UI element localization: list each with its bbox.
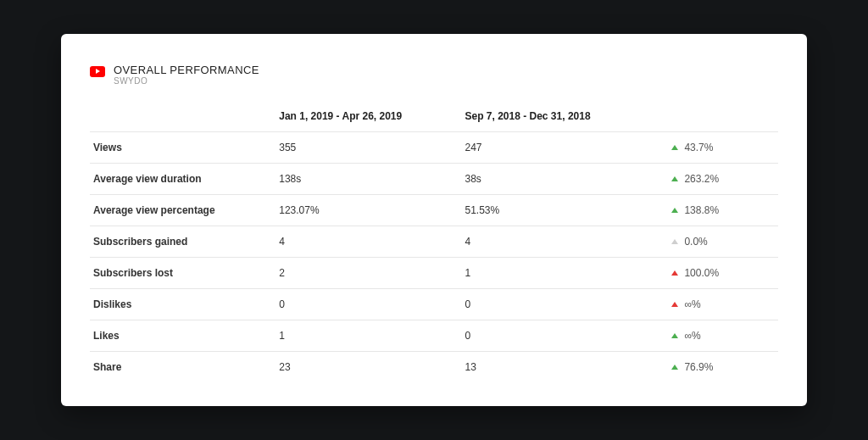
metric-period2: 0 xyxy=(461,289,668,320)
metric-delta: 263.2% xyxy=(668,164,778,195)
metric-period2: 4 xyxy=(461,226,668,258)
table-row: Subscribers lost21 100.0% xyxy=(90,258,778,289)
arrow-up-icon xyxy=(671,145,678,150)
metric-label: Dislikes xyxy=(90,289,275,320)
delta-value: ∞% xyxy=(682,298,701,310)
metric-delta: 0.0% xyxy=(668,226,778,258)
arrow-up-icon xyxy=(671,270,678,276)
metric-period1: 138s xyxy=(275,164,461,195)
table-row: Subscribers gained44 0.0% xyxy=(90,226,778,258)
arrow-up-icon xyxy=(671,365,678,370)
metric-period1: 0 xyxy=(275,289,461,320)
arrow-up-icon xyxy=(671,302,678,307)
col-metric xyxy=(90,101,275,132)
metric-delta: ∞% xyxy=(668,320,778,352)
metrics-table: Jan 1, 2019 - Apr 26, 2019 Sep 7, 2018 -… xyxy=(90,101,778,382)
table-row: Dislikes00 ∞% xyxy=(90,289,778,320)
youtube-icon xyxy=(90,66,105,77)
delta-value: 138.8% xyxy=(682,204,719,216)
delta-value: ∞% xyxy=(682,330,701,342)
metric-period1: 123.07% xyxy=(275,195,461,226)
metric-period2: 1 xyxy=(461,258,668,289)
col-delta xyxy=(668,101,778,132)
metric-label: Subscribers lost xyxy=(90,258,275,289)
delta-value: 263.2% xyxy=(682,173,719,185)
metric-period2: 247 xyxy=(461,132,668,164)
metric-period2: 0 xyxy=(461,320,668,352)
metric-period1: 2 xyxy=(275,258,461,289)
arrow-up-icon xyxy=(671,176,678,181)
table-row: Likes10 ∞% xyxy=(90,320,778,352)
performance-card: OVERALL PERFORMANCE SWYDO Jan 1, 2019 - … xyxy=(61,34,807,406)
table-row: Average view duration138s38s 263.2% xyxy=(90,164,778,195)
arrow-up-icon xyxy=(671,239,678,244)
table-row: Average view percentage123.07%51.53% 138… xyxy=(90,195,778,226)
table-header-row: Jan 1, 2019 - Apr 26, 2019 Sep 7, 2018 -… xyxy=(90,101,778,132)
metric-delta: 100.0% xyxy=(668,258,778,289)
table-row: Views355247 43.7% xyxy=(90,132,778,164)
metric-period1: 1 xyxy=(275,320,461,352)
table-row: Share2313 76.9% xyxy=(90,352,778,383)
delta-value: 76.9% xyxy=(682,361,713,373)
col-period2: Sep 7, 2018 - Dec 31, 2018 xyxy=(461,101,668,132)
metric-delta: 43.7% xyxy=(668,132,778,164)
card-title: OVERALL PERFORMANCE xyxy=(114,64,259,76)
metric-label: Average view percentage xyxy=(90,195,275,226)
metric-delta: 138.8% xyxy=(668,195,778,226)
metric-label: Subscribers gained xyxy=(90,226,275,258)
metric-label: Average view duration xyxy=(90,164,275,195)
metric-period1: 23 xyxy=(275,352,461,383)
delta-value: 0.0% xyxy=(682,236,708,248)
metric-period1: 4 xyxy=(275,226,461,258)
card-header: OVERALL PERFORMANCE SWYDO xyxy=(90,64,778,86)
metric-label: Share xyxy=(90,352,275,383)
arrow-up-icon xyxy=(671,208,678,213)
card-subtitle: SWYDO xyxy=(114,76,259,86)
metric-period1: 355 xyxy=(275,132,461,164)
delta-value: 43.7% xyxy=(682,142,713,153)
metric-period2: 38s xyxy=(461,164,668,195)
metric-delta: 76.9% xyxy=(668,352,778,383)
delta-value: 100.0% xyxy=(682,267,719,279)
metric-period2: 13 xyxy=(461,352,668,383)
metric-label: Views xyxy=(90,132,275,164)
col-period1: Jan 1, 2019 - Apr 26, 2019 xyxy=(275,101,461,132)
metric-period2: 51.53% xyxy=(461,195,668,226)
metric-label: Likes xyxy=(90,320,275,352)
metric-delta: ∞% xyxy=(668,289,778,320)
arrow-up-icon xyxy=(671,333,678,338)
